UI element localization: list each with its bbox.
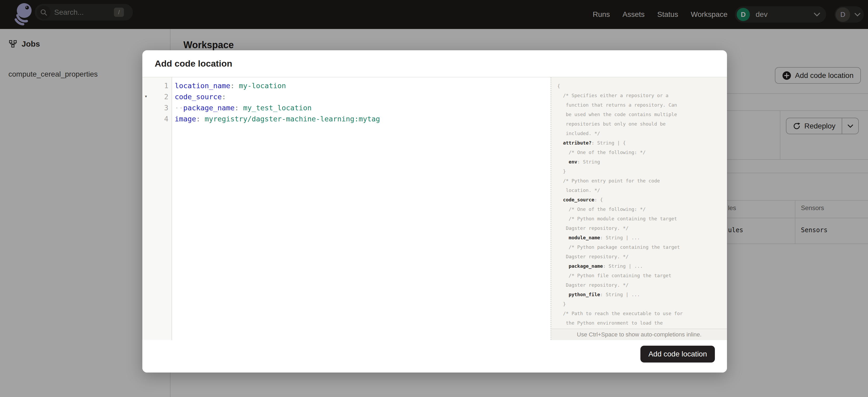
schema-line: } (557, 299, 727, 309)
schema-line: code_source: { (557, 195, 727, 204)
submit-add-code-location-button[interactable]: Add code location (641, 346, 715, 363)
schema-line: the Python environment to load the (557, 318, 727, 328)
schema-line: /* Python entry point for the code (557, 176, 727, 185)
schema-line: /* Python package containing the target (557, 242, 727, 252)
gutter-line: 3 (142, 102, 172, 113)
schema-line: /* Path to reach the executable to use f… (557, 309, 727, 318)
line-number: 4 (164, 115, 172, 123)
schema-doc-text: {/* Specifies either a repository or afu… (552, 78, 727, 329)
schema-doc-panel: {/* Specifies either a repository or afu… (551, 78, 727, 340)
dialog-title: Add code location (155, 58, 232, 69)
dialog-body: 1▾234 location_name: my-locationcode_sou… (142, 78, 727, 340)
gutter-line: 1 (142, 80, 172, 91)
gutter-line: ▾2 (142, 91, 172, 102)
dialog-footer: Add code location (142, 340, 727, 372)
schema-line: be used when the code contains multiple (557, 110, 727, 119)
code-line: ··package_name: my_test_location (175, 102, 551, 113)
schema-line: /* Specifies either a repository or a (557, 91, 727, 100)
schema-line: /* One of the following: */ (557, 147, 727, 157)
schema-line: repositories but only one should be (557, 119, 727, 128)
yaml-editor[interactable]: location_name: my-locationcode_source:··… (172, 78, 551, 340)
schema-line: /* Python module containing the target (557, 214, 727, 223)
autocomplete-hint: Use Ctrl+Space to show auto-completions … (552, 329, 727, 340)
add-code-location-dialog: Add code location 1▾234 location_name: m… (142, 50, 727, 372)
schema-line: Dagster repository. */ (557, 223, 727, 233)
schema-line: /* Python file containing the target (557, 271, 727, 280)
schema-line: Dagster repository. */ (557, 280, 727, 289)
schema-line: attribute?: String | { (557, 138, 727, 147)
dialog-header: Add code location (142, 50, 727, 78)
code-line: location_name: my-location (175, 80, 551, 91)
schema-line: env: String (557, 157, 727, 166)
editor-gutter: 1▾234 (142, 78, 172, 340)
line-number: 3 (164, 104, 172, 112)
code-line: code_source: (175, 91, 551, 102)
fold-toggle-icon[interactable]: ▾ (145, 93, 147, 99)
line-number: 1 (164, 82, 172, 90)
schema-line: location. */ (557, 185, 727, 195)
schema-line: module_name: String | ... (557, 233, 727, 242)
schema-line: Dagster repository. */ (557, 252, 727, 261)
schema-line: { (557, 81, 727, 91)
schema-line: /* One of the following: */ (557, 204, 727, 214)
schema-line: } (557, 166, 727, 176)
schema-line: package_name: String | ... (557, 261, 727, 271)
schema-line: included. */ (557, 128, 727, 138)
code-line: image: myregistry/dagster-machine-learni… (175, 113, 551, 124)
schema-line: function that returns a repository. Can (557, 100, 727, 110)
line-number: 2 (164, 93, 172, 101)
schema-line: python_file: String | ... (557, 289, 727, 299)
gutter-line: 4 (142, 113, 172, 124)
